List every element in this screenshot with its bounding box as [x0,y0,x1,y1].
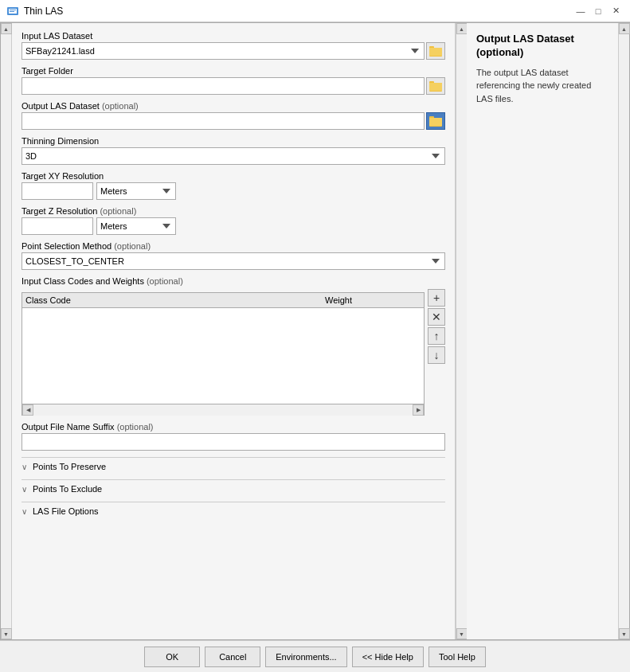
move-up-button[interactable]: ↑ [428,327,445,345]
class-codes-table: Class Code Weight ◀ ▶ [22,289,425,416]
point-selection-group: Point Selection Method (optional) CLOSES… [22,241,445,270]
output-las-label: Output LAS Dataset (optional) [22,101,445,111]
target-folder-group: Target Folder C:\Users\ChristianV700\Doc… [22,66,445,95]
add-row-button[interactable]: + [428,289,445,307]
right-panel-scrollbar: ▲ ▼ [618,23,629,639]
right-scroll-down-btn[interactable]: ▼ [619,628,630,639]
folder-icon-2 [429,80,442,92]
remove-row-button[interactable]: ✕ [428,308,445,326]
cancel-button[interactable]: Cancel [205,647,260,667]
output-suffix-input[interactable]: thinned [22,433,445,451]
input-las-browse-button[interactable] [426,42,445,60]
target-xy-unit-select[interactable]: Meters [96,182,176,200]
close-button[interactable]: ✕ [608,3,624,19]
target-z-unit-select[interactable]: Meters [96,217,176,235]
output-las-input[interactable]: C:\Users\ChristianV700\Documents\ArcGIS\… [22,112,425,130]
target-xy-row: 1 Meters [22,182,445,200]
scroll-up-left[interactable]: ▲ [1,23,12,34]
right-panel: Output LAS Dataset (optional) The output… [467,23,618,639]
window-title: Thin LAS [24,6,63,17]
left-scrollbar: ▲ ▼ [1,23,12,639]
right-scroll-up-btn[interactable]: ▲ [619,23,630,34]
input-las-select[interactable]: SFBay21241.lasd [22,42,425,60]
points-preserve-header[interactable]: ∨ Points To Preserve [22,457,445,473]
las-file-options-header[interactable]: ∨ LAS File Options [22,502,445,518]
svg-rect-3 [10,11,14,12]
target-z-input[interactable]: 1 [22,217,93,235]
las-file-options-arrow: ∨ [22,507,29,516]
point-selection-row: CLOSEST_TO_CENTER [22,252,445,270]
class-codes-label: Input Class Codes and Weights (optional) [22,276,445,286]
folder-icon-3 [429,115,442,127]
target-folder-input[interactable]: C:\Users\ChristianV700\Documents\ArcGIS\… [22,77,425,95]
output-suffix-group: Output File Name Suffix (optional) thinn… [22,422,445,451]
svg-rect-12 [429,118,442,126]
output-las-group: Output LAS Dataset (optional) C:\Users\C… [22,101,445,130]
help-text: The output LAS dataset referencing the n… [476,66,608,106]
maximize-button[interactable]: □ [590,3,606,19]
target-xy-input[interactable]: 1 [22,182,93,200]
point-selection-select[interactable]: CLOSEST_TO_CENTER [22,252,445,270]
left-panel-scrollbar: ▲ ▼ [456,23,467,639]
scroll-down-btn[interactable]: ▼ [456,628,468,639]
move-down-button[interactable]: ↓ [428,346,445,364]
target-folder-row: C:\Users\ChristianV700\Documents\ArcGIS\… [22,77,445,95]
point-selection-label: Point Selection Method (optional) [22,241,445,251]
table-header: Class Code Weight [22,293,424,308]
title-bar: Thin LAS — □ ✕ [0,0,630,22]
scroll-track[interactable] [33,404,413,416]
output-suffix-label: Output File Name Suffix (optional) [22,422,445,432]
environments-button[interactable]: Environments... [265,647,346,667]
svg-rect-9 [429,83,442,91]
thinning-dimension-group: Thinning Dimension 3D [22,136,445,165]
scroll-down-left[interactable]: ▼ [1,628,12,639]
class-codes-group: Input Class Codes and Weights (optional)… [22,276,445,416]
weight-header: Weight [325,295,421,305]
table-body[interactable] [22,308,424,404]
points-exclude-arrow: ∨ [22,485,29,494]
scroll-right-btn[interactable]: ▶ [413,404,424,416]
thinning-dimension-select[interactable]: 3D [22,147,445,165]
class-code-header: Class Code [25,295,325,305]
bottom-toolbar: OK Cancel Environments... << Hide Help T… [0,640,630,672]
target-z-row: 1 Meters [22,217,445,235]
points-preserve-arrow: ∨ [22,463,29,471]
points-preserve-label: Points To Preserve [33,462,106,471]
svg-rect-6 [429,48,442,56]
table-side-buttons: + ✕ ↑ ↓ [428,289,445,364]
las-file-options-section: ∨ LAS File Options [22,502,445,518]
points-exclude-label: Points To Exclude [33,484,102,494]
output-las-row: C:\Users\ChristianV700\Documents\ArcGIS\… [22,112,445,130]
target-folder-browse-button[interactable] [426,77,445,95]
help-title: Output LAS Dataset (optional) [476,33,608,60]
scroll-left-btn[interactable]: ◀ [22,404,33,416]
scroll-up-btn[interactable]: ▲ [456,23,468,34]
target-xy-label: Target XY Resolution [22,171,445,181]
input-las-row: SFBay21241.lasd [22,42,445,60]
points-preserve-section: ∨ Points To Preserve [22,457,445,473]
app-icon [6,5,19,18]
class-codes-table-inner: Class Code Weight ◀ ▶ [22,292,425,416]
svg-rect-2 [10,10,16,10]
target-z-label: Target Z Resolution (optional) [22,206,445,216]
target-z-group: Target Z Resolution (optional) 1 Meters [22,206,445,235]
thinning-dimension-row: 3D [22,147,445,165]
points-exclude-section: ∨ Points To Exclude [22,479,445,495]
input-las-label: Input LAS Dataset [22,31,445,41]
folder-icon [429,45,442,57]
left-panel: Input LAS Dataset SFBay21241.lasd Target… [12,23,456,639]
output-las-browse-button[interactable] [426,112,445,130]
horizontal-scrollbar[interactable]: ◀ ▶ [22,404,424,415]
las-file-options-label: LAS File Options [33,506,99,516]
input-las-group: Input LAS Dataset SFBay21241.lasd [22,31,445,60]
thinning-dimension-label: Thinning Dimension [22,136,445,146]
hide-help-button[interactable]: << Hide Help [352,647,424,667]
target-xy-group: Target XY Resolution 1 Meters [22,171,445,200]
tool-help-button[interactable]: Tool Help [428,647,486,667]
minimize-button[interactable]: — [573,3,589,19]
target-folder-label: Target Folder [22,66,445,76]
points-exclude-header[interactable]: ∨ Points To Exclude [22,479,445,495]
class-codes-table-container: Class Code Weight ◀ ▶ + ✕ ↑ [22,289,445,416]
ok-button[interactable]: OK [144,647,200,667]
main-container: ▲ ▼ Input LAS Dataset SFBay21241.lasd [0,22,630,640]
